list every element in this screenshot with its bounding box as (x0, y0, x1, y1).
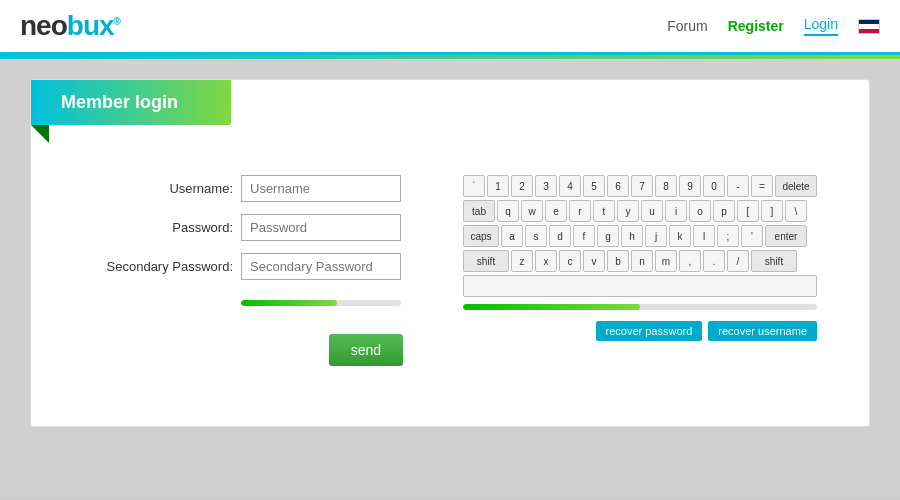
username-label: Username: (83, 181, 233, 196)
form-progress-bar (241, 300, 401, 306)
nav-register[interactable]: Register (728, 18, 784, 34)
nav-forum[interactable]: Forum (667, 18, 707, 34)
kb-key-5[interactable]: 5 (583, 175, 605, 197)
recover-username-button[interactable]: recover username (708, 321, 817, 341)
logo-reg: ® (114, 16, 120, 27)
kb-key-u[interactable]: u (641, 200, 663, 222)
password-label: Password: (83, 220, 233, 235)
kb-key-n[interactable]: n (631, 250, 653, 272)
kb-key-8[interactable]: 8 (655, 175, 677, 197)
username-input[interactable] (241, 175, 401, 202)
kb-row-5 (463, 275, 817, 297)
kb-key-g[interactable]: g (597, 225, 619, 247)
kb-row-3: caps a s d f g h j k l ; ' enter (463, 225, 817, 247)
kb-key-l[interactable]: l (693, 225, 715, 247)
kb-key-b[interactable]: b (607, 250, 629, 272)
kb-key-period[interactable]: . (703, 250, 725, 272)
kb-key-backslash[interactable]: \ (785, 200, 807, 222)
kb-key-shift-right[interactable]: shift (751, 250, 797, 272)
kb-key-d[interactable]: d (549, 225, 571, 247)
kb-key-backtick[interactable]: ` (463, 175, 485, 197)
kb-progress-fill (463, 304, 640, 310)
send-row: send (83, 334, 403, 366)
kb-key-enter[interactable]: enter (765, 225, 807, 247)
kb-key-o[interactable]: o (689, 200, 711, 222)
send-button[interactable]: send (329, 334, 403, 366)
kb-key-shift-left[interactable]: shift (463, 250, 509, 272)
logo-text: neobux® (20, 10, 120, 42)
kb-key-tab[interactable]: tab (463, 200, 495, 222)
kb-key-comma[interactable]: , (679, 250, 701, 272)
kb-key-9[interactable]: 9 (679, 175, 701, 197)
kb-key-4[interactable]: 4 (559, 175, 581, 197)
kb-key-p[interactable]: p (713, 200, 735, 222)
recover-password-button[interactable]: recover password (596, 321, 703, 341)
kb-key-k[interactable]: k (669, 225, 691, 247)
kb-key-y[interactable]: y (617, 200, 639, 222)
kb-key-spacebar[interactable] (463, 275, 817, 297)
card-header: Member login (31, 80, 869, 125)
nav-login[interactable]: Login (804, 16, 838, 36)
kb-key-equals[interactable]: = (751, 175, 773, 197)
kb-key-a[interactable]: a (501, 225, 523, 247)
kb-key-x[interactable]: x (535, 250, 557, 272)
virtual-keyboard: ` 1 2 3 4 5 6 7 8 9 0 - = delete (463, 175, 817, 366)
kb-key-t[interactable]: t (593, 200, 615, 222)
kb-key-h[interactable]: h (621, 225, 643, 247)
kb-key-2[interactable]: 2 (511, 175, 533, 197)
kb-key-semicolon[interactable]: ; (717, 225, 739, 247)
login-card: Member login Username: Password: Seconda… (30, 79, 870, 427)
kb-key-minus[interactable]: - (727, 175, 749, 197)
form-progress-fill (241, 300, 337, 306)
kb-key-r[interactable]: r (569, 200, 591, 222)
kb-key-z[interactable]: z (511, 250, 533, 272)
navigation: Forum Register Login (667, 16, 880, 36)
kb-key-c[interactable]: c (559, 250, 581, 272)
form-section: Username: Password: Secondary Password: (31, 155, 869, 386)
kb-key-f[interactable]: f (573, 225, 595, 247)
kb-key-0[interactable]: 0 (703, 175, 725, 197)
kb-key-delete[interactable]: delete (775, 175, 817, 197)
header: neobux® Forum Register Login (0, 0, 900, 55)
secondary-password-label: Secondary Password: (83, 259, 233, 274)
kb-row-2: tab q w e r t y u i o p [ ] \ (463, 200, 817, 222)
kb-key-quote[interactable]: ' (741, 225, 763, 247)
card-title: Member login (61, 92, 178, 112)
kb-key-i[interactable]: i (665, 200, 687, 222)
kb-key-w[interactable]: w (521, 200, 543, 222)
kb-row-1: ` 1 2 3 4 5 6 7 8 9 0 - = delete (463, 175, 817, 197)
kb-key-v[interactable]: v (583, 250, 605, 272)
language-flag-icon[interactable] (858, 19, 880, 34)
kb-key-m[interactable]: m (655, 250, 677, 272)
username-row: Username: (83, 175, 403, 202)
kb-key-q[interactable]: q (497, 200, 519, 222)
secondary-password-input[interactable] (241, 253, 401, 280)
kb-key-7[interactable]: 7 (631, 175, 653, 197)
recovery-row: recover password recover username (463, 321, 817, 341)
form-fields: Username: Password: Secondary Password: (83, 175, 403, 366)
card-title-bar: Member login (31, 80, 231, 125)
kb-row-4: shift z x c v b n m , . / shift (463, 250, 817, 272)
kb-key-3[interactable]: 3 (535, 175, 557, 197)
logo: neobux® (20, 10, 120, 42)
kb-key-1[interactable]: 1 (487, 175, 509, 197)
main-content: Member login Username: Password: Seconda… (0, 59, 900, 499)
kb-key-rbracket[interactable]: ] (761, 200, 783, 222)
kb-key-6[interactable]: 6 (607, 175, 629, 197)
kb-key-lbracket[interactable]: [ (737, 200, 759, 222)
kb-key-e[interactable]: e (545, 200, 567, 222)
kb-key-s[interactable]: s (525, 225, 547, 247)
secondary-password-row: Secondary Password: (83, 253, 403, 280)
kb-progress-bar (463, 304, 817, 310)
kb-key-caps[interactable]: caps (463, 225, 499, 247)
card-corner-decoration (31, 125, 49, 143)
password-row: Password: (83, 214, 403, 241)
kb-key-slash[interactable]: / (727, 250, 749, 272)
kb-key-j[interactable]: j (645, 225, 667, 247)
password-input[interactable] (241, 214, 401, 241)
